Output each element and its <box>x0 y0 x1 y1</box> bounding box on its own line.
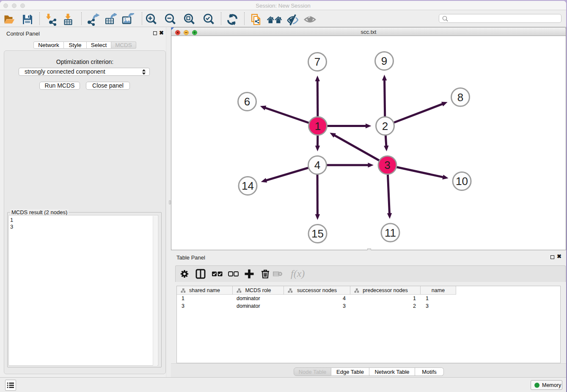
svg-text:11: 11 <box>385 226 396 239</box>
svg-text:9: 9 <box>381 55 387 67</box>
svg-text:8: 8 <box>457 91 463 104</box>
svg-text:3: 3 <box>384 159 390 171</box>
svg-text:14: 14 <box>242 179 254 192</box>
svg-text:2: 2 <box>382 120 388 133</box>
svg-text:6: 6 <box>244 95 250 108</box>
svg-text:1: 1 <box>315 120 321 133</box>
svg-text:10: 10 <box>456 175 468 188</box>
svg-text:4: 4 <box>314 159 320 171</box>
svg-text:7: 7 <box>314 55 320 68</box>
svg-text:15: 15 <box>311 227 324 240</box>
